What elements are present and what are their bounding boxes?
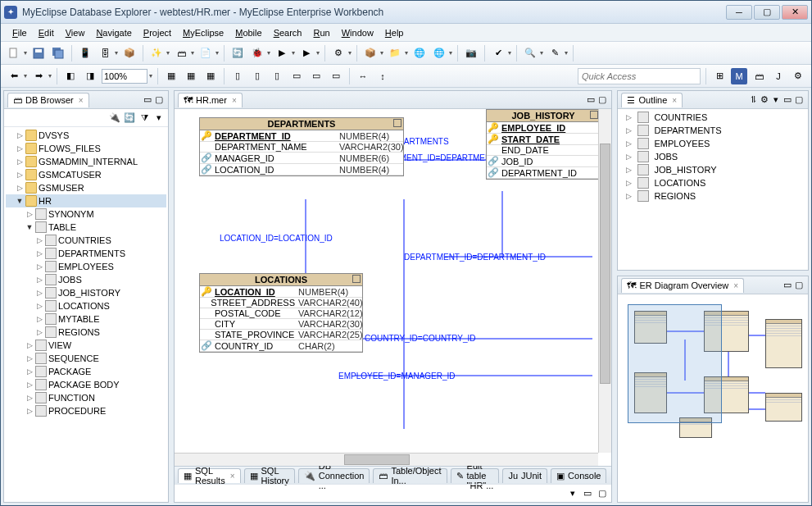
tab-outline[interactable]: ☰ Outline × <box>621 93 683 107</box>
outline-item[interactable]: ▷EMPLOYEES <box>619 137 806 150</box>
menu-navigate[interactable]: Navigate <box>91 26 136 39</box>
expand-icon[interactable]: ▷ <box>35 315 43 323</box>
expand-icon[interactable]: ▷ <box>25 354 34 362</box>
entity-column[interactable]: POSTAL_CODEVARCHAR2(12) <box>200 308 362 319</box>
expand-icon[interactable]: ▷ <box>35 262 43 271</box>
maximize-icon[interactable]: ▢ <box>793 280 805 291</box>
menu-icon[interactable]: ▾ <box>153 112 165 124</box>
camera-icon[interactable]: 📷 <box>463 45 479 62</box>
dropdown-icon[interactable]: ▾ <box>149 72 152 80</box>
entity-column[interactable]: 🔑DEPARTMENT_IDNUMBER(4) <box>200 130 403 142</box>
perspective-db-icon[interactable]: 🗃 <box>751 68 767 84</box>
expand-icon[interactable]: ▷ <box>624 113 633 121</box>
tree-node[interactable]: ▷VIEW <box>6 339 166 352</box>
outline-item[interactable]: ▷REGIONS <box>619 189 806 203</box>
menu-file[interactable]: File <box>7 26 32 39</box>
connect-icon[interactable]: 🔌 <box>109 112 120 124</box>
entity-job-history[interactable]: JOB_HISTORY 🔑EMPLOYEE_ID🔑START_DATEEND_D… <box>486 109 601 180</box>
entity-menu-icon[interactable] <box>590 111 598 119</box>
dropdown-icon[interactable]: ▾ <box>115 49 118 57</box>
expand-icon[interactable]: ▷ <box>35 328 43 336</box>
expand-icon[interactable]: ▷ <box>16 171 24 179</box>
expand-icon[interactable]: ▷ <box>16 184 24 192</box>
dropdown-icon[interactable]: ▾ <box>348 49 352 57</box>
menu-run[interactable]: Run <box>309 26 335 39</box>
entity-departments[interactable]: DEPARTMENTS 🔑DEPARTMENT_IDNUMBER(4)DEPAR… <box>199 117 404 176</box>
entity-column[interactable]: 🔗COUNTRY_IDCHAR(2) <box>200 340 362 352</box>
web2-icon[interactable]: 🌐 <box>431 45 447 62</box>
tree-node[interactable]: ▷DVSYS <box>6 129 166 142</box>
db-icon[interactable]: 🗃 <box>173 45 189 62</box>
minimize-icon[interactable]: ▭ <box>782 94 793 106</box>
tree-node[interactable]: ▷DEPARTMENTS <box>6 247 166 260</box>
sort-icon[interactable]: ⥮ <box>747 94 759 106</box>
minimize-button[interactable]: ─ <box>726 5 752 20</box>
menu-project[interactable]: Project <box>138 26 176 39</box>
tree-node[interactable]: ▷FLOWS_FILES <box>6 142 166 155</box>
xml-icon[interactable]: 📄 <box>197 45 214 62</box>
horizontal-scrollbar[interactable] <box>175 453 598 466</box>
close-icon[interactable]: × <box>232 96 237 105</box>
tree-node[interactable]: ▷GSMUSER <box>6 181 166 194</box>
dropdown-icon[interactable]: ▾ <box>267 49 270 57</box>
expand-icon[interactable]: ▷ <box>35 289 43 297</box>
bottom-tab[interactable]: JuJUnit <box>502 468 547 483</box>
expand-icon[interactable]: ▷ <box>624 153 633 161</box>
wizard-icon[interactable]: ✨ <box>148 45 165 62</box>
menu-search[interactable]: Search <box>269 26 307 39</box>
edit-icon[interactable]: ✎ <box>547 45 563 62</box>
device-icon[interactable]: 📱 <box>77 45 93 62</box>
filter-icon[interactable]: ⚙ <box>759 94 770 106</box>
expand-icon[interactable]: ▷ <box>25 210 34 218</box>
vertical-scrollbar[interactable] <box>598 109 611 453</box>
dropdown-icon[interactable]: ▾ <box>191 49 194 57</box>
align-m-icon[interactable]: ▭ <box>308 68 324 84</box>
package-icon[interactable]: 📦 <box>362 45 379 62</box>
expand-icon[interactable]: ▷ <box>16 144 24 153</box>
size-w-icon[interactable]: ↔ <box>355 68 371 84</box>
menu-myeclipse[interactable]: MyEclipse <box>178 26 229 39</box>
quick-access-input[interactable] <box>578 68 701 84</box>
expand-icon[interactable]: ▷ <box>16 157 24 166</box>
dropdown-icon[interactable]: ▾ <box>380 49 383 57</box>
entity-column[interactable]: DEPARTMENT_NAMEVARCHAR2(30) <box>200 142 403 153</box>
forward-icon[interactable]: ➡ <box>30 68 47 84</box>
save-all-icon[interactable] <box>50 45 66 62</box>
tool-b-icon[interactable]: ◨ <box>82 68 98 84</box>
expand-icon[interactable]: ▷ <box>25 407 34 415</box>
tree-node[interactable]: ▷COUNTRIES <box>6 234 166 247</box>
debug-icon[interactable]: 🐞 <box>249 45 265 62</box>
align-r-icon[interactable]: ▯ <box>269 68 285 84</box>
outline-item[interactable]: ▷LOCATIONS <box>619 176 806 189</box>
menu-mobile[interactable]: Mobile <box>230 26 266 39</box>
server-icon[interactable]: 🗄 <box>97 45 113 62</box>
perspective-open-icon[interactable]: ⊞ <box>711 68 728 84</box>
entity-column[interactable]: 🔑EMPLOYEE_ID <box>487 122 600 134</box>
expand-icon[interactable]: ▷ <box>25 367 34 376</box>
entity-column[interactable]: END_DATE <box>487 145 600 156</box>
tab-db-browser[interactable]: 🗃 DB Browser × <box>7 93 89 107</box>
validate-icon[interactable]: ✔ <box>490 45 506 62</box>
tree-node[interactable]: ▷JOB_HISTORY <box>6 286 166 299</box>
web-icon[interactable]: 🌐 <box>411 45 428 62</box>
menu-edit[interactable]: Edit <box>34 26 59 39</box>
tree-node[interactable]: ▷PACKAGE BODY <box>6 378 166 391</box>
entity-menu-icon[interactable] <box>352 275 361 283</box>
dropdown-icon[interactable]: ▾ <box>24 49 27 57</box>
filter-icon[interactable]: ⧩ <box>138 112 150 124</box>
minimize-icon[interactable]: ▭ <box>142 94 153 106</box>
entity-column[interactable]: 🔑START_DATE <box>487 134 600 145</box>
grid-b-icon[interactable]: ▦ <box>183 68 199 84</box>
tree-node[interactable]: ▷SEQUENCE <box>6 352 166 365</box>
entity-column[interactable]: 🔗MANAGER_IDNUMBER(6) <box>200 153 403 164</box>
entity-locations[interactable]: LOCATIONS 🔑LOCATION_IDNUMBER(4)STREET_AD… <box>199 273 363 353</box>
expand-icon[interactable]: ▷ <box>624 139 633 148</box>
entity-column[interactable]: CITYVARCHAR2(30) <box>200 319 362 330</box>
maximize-icon[interactable]: ▢ <box>597 94 608 106</box>
back-icon[interactable]: ⬅ <box>6 68 22 84</box>
tree-node[interactable]: ▷JOBS <box>6 273 166 286</box>
run-last-icon[interactable]: ▶ <box>298 45 315 62</box>
close-button[interactable]: ✕ <box>782 5 808 20</box>
view-menu-icon[interactable]: ▾ <box>567 488 578 499</box>
close-icon[interactable]: × <box>230 472 235 481</box>
